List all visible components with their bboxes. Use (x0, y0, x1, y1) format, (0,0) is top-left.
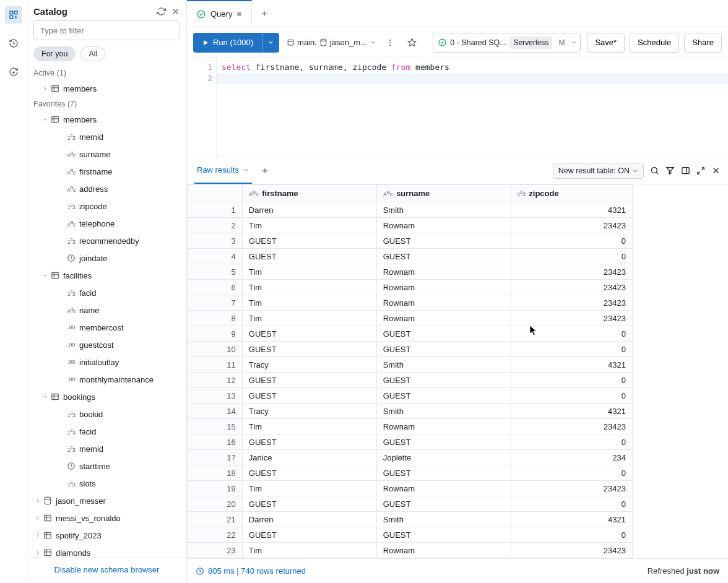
save-button[interactable]: Save* (587, 33, 625, 53)
cell[interactable]: Tracy (242, 357, 376, 373)
cluster-selector[interactable]: 0 - Shared SQ... Serverless M (433, 33, 581, 53)
tree-node-members[interactable]: members (27, 111, 186, 128)
tree-node-spotify_2023[interactable]: spotify_2023 (27, 527, 186, 544)
table-row[interactable]: 3GUESTGUEST0 (188, 233, 633, 249)
table-row[interactable]: 13GUESTGUEST0 (188, 388, 633, 404)
table-row[interactable]: 11TracySmith4321 (188, 357, 633, 373)
share-button[interactable]: Share (684, 33, 722, 53)
cell[interactable]: GUEST (376, 233, 511, 249)
tree-column-membercost[interactable]: .00membercost (27, 319, 186, 336)
tree-column-bookid[interactable]: 123bookid (27, 405, 186, 423)
table-row[interactable]: 5TimRownam23423 (188, 264, 633, 280)
cell[interactable]: GUEST (242, 342, 376, 357)
cell[interactable]: GUEST (242, 326, 376, 342)
query-timing[interactable]: 805 ms | 740 rows returned (196, 566, 306, 576)
tree-column-joindate[interactable]: joindate (27, 249, 186, 267)
code-area[interactable]: select firstname, surname, zipcode from … (217, 58, 728, 157)
cell[interactable]: Tracy (242, 404, 376, 419)
table-row[interactable]: 8TimRownam23423 (188, 311, 633, 326)
rail-refresh-button[interactable] (5, 63, 22, 80)
table-row[interactable]: 1DarrenSmith4321 (188, 202, 633, 218)
chip-for-you[interactable]: For you (33, 46, 76, 61)
cell[interactable]: Tim (242, 218, 376, 233)
tree-node-jason_messer[interactable]: jason_messer (27, 492, 186, 509)
cell[interactable]: 0 (511, 434, 632, 450)
cell[interactable]: Joplette (376, 450, 511, 465)
tree-column-telephone[interactable]: ABctelephone (27, 215, 186, 232)
results-table-wrap[interactable]: ABcfirstnameABcsurname123zipcode 1Darren… (187, 184, 728, 558)
tree-column-firstname[interactable]: ABcfirstname (27, 163, 186, 180)
cell[interactable]: 23423 (511, 419, 632, 434)
cell[interactable]: Rownam (376, 311, 511, 326)
tree-column-surname[interactable]: ABcsurname (27, 145, 186, 163)
cell[interactable]: GUEST (376, 496, 511, 512)
tree-column-facid[interactable]: 123facid (27, 423, 186, 440)
cell[interactable]: GUEST (376, 527, 511, 543)
cell[interactable]: Rownam (376, 543, 511, 558)
cell[interactable]: 23423 (511, 264, 632, 280)
table-row[interactable]: 20GUESTGUEST0 (188, 496, 633, 512)
table-row[interactable]: 15TimRownam23423 (188, 419, 633, 434)
table-row[interactable]: 6TimRownam23423 (188, 280, 633, 295)
close-sidebar-icon[interactable] (171, 7, 180, 16)
cell[interactable]: GUEST (376, 326, 511, 342)
new-result-table-toggle[interactable]: New result table: ON (553, 163, 644, 179)
cell[interactable]: 23423 (511, 543, 632, 558)
cell[interactable]: Janice (242, 450, 376, 465)
table-row[interactable]: 14TracySmith4321 (188, 404, 633, 419)
cell[interactable]: 0 (511, 465, 632, 481)
table-row[interactable]: 23TimRownam23423 (188, 543, 633, 558)
table-row[interactable]: 7TimRownam23423 (188, 295, 633, 311)
tree-column-monthlymaintenance[interactable]: .00monthlymaintenance (27, 371, 186, 388)
cell[interactable]: GUEST (242, 434, 376, 450)
cell[interactable]: GUEST (242, 465, 376, 481)
cell[interactable]: Smith (376, 404, 511, 419)
cell[interactable]: GUEST (376, 465, 511, 481)
kebab-menu-button[interactable] (381, 34, 399, 51)
table-row[interactable]: 21DarrenSmith4321 (188, 512, 633, 527)
cell[interactable]: Tim (242, 264, 376, 280)
cell[interactable]: Tim (242, 295, 376, 311)
tree-node-bookings[interactable]: bookings (27, 388, 186, 405)
cell[interactable]: 4321 (511, 357, 632, 373)
disable-schema-link[interactable]: Disable new schema browser (54, 565, 160, 574)
cell[interactable]: 0 (511, 342, 632, 357)
tree-node-diamonds[interactable]: diamonds (27, 544, 186, 557)
context-crumb[interactable]: main. jason_m... (287, 38, 376, 47)
toggle-side-panel-button[interactable] (681, 166, 690, 175)
cell[interactable]: Darren (242, 512, 376, 527)
cell[interactable]: GUEST (242, 527, 376, 543)
tree-column-memid[interactable]: 123memid (27, 128, 186, 145)
cell[interactable]: Rownam (376, 419, 511, 434)
run-button[interactable]: Run (1000) (193, 33, 262, 53)
cell[interactable]: 234 (511, 450, 632, 465)
cell[interactable]: Rownam (376, 218, 511, 233)
tab-query[interactable]: Query (187, 0, 252, 27)
add-visualization-button[interactable] (261, 166, 269, 175)
run-dropdown-button[interactable] (262, 33, 279, 53)
column-header-firstname[interactable]: ABcfirstname (242, 185, 376, 202)
cell[interactable]: Rownam (376, 264, 511, 280)
chip-all[interactable]: All (80, 46, 105, 61)
cell[interactable]: Rownam (376, 280, 511, 295)
cell[interactable]: Tim (242, 280, 376, 295)
tree-column-starttime[interactable]: starttime (27, 457, 186, 475)
cell[interactable]: Darren (242, 202, 376, 218)
cell[interactable]: 0 (511, 388, 632, 404)
cell[interactable]: GUEST (242, 249, 376, 264)
cell[interactable]: Tim (242, 311, 376, 326)
filter-results-button[interactable] (665, 166, 675, 175)
close-results-button[interactable] (711, 166, 721, 175)
cell[interactable]: GUEST (242, 496, 376, 512)
cell[interactable]: 23423 (511, 481, 632, 496)
cell[interactable]: Smith (376, 357, 511, 373)
favorite-star-button[interactable] (404, 34, 421, 51)
tree-column-initialoutlay[interactable]: .00initialoutlay (27, 353, 186, 371)
cell[interactable]: Smith (376, 512, 511, 527)
cell[interactable]: GUEST (242, 373, 376, 388)
tree-column-slots[interactable]: 123slots (27, 475, 186, 492)
cell[interactable]: 0 (511, 496, 632, 512)
cell[interactable]: 0 (511, 326, 632, 342)
table-row[interactable]: 22GUESTGUEST0 (188, 527, 633, 543)
cell[interactable]: GUEST (376, 373, 511, 388)
